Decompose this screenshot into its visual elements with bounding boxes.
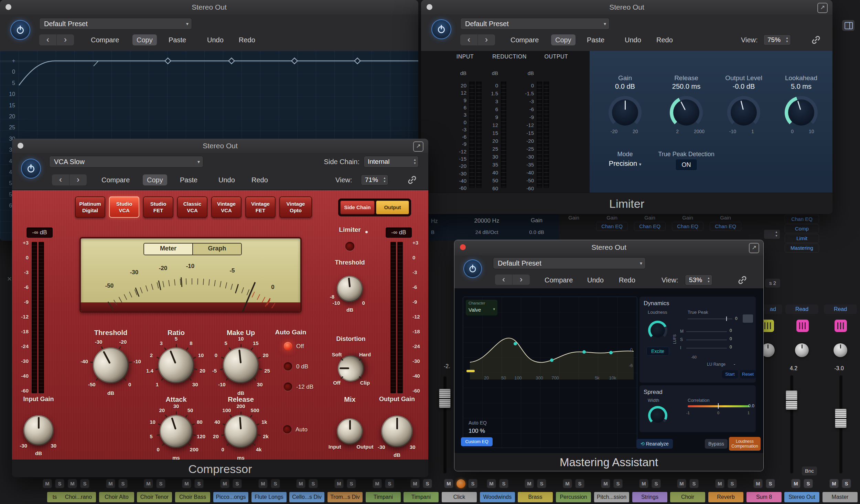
channel-name-label[interactable]: Click bbox=[442, 492, 477, 502]
circuit-type-button[interactable]: ClassicVCA bbox=[177, 196, 207, 218]
preset-nav[interactable]: ‹ › bbox=[460, 34, 495, 45]
mute-button[interactable]: M bbox=[753, 479, 763, 488]
solo-button[interactable]: S bbox=[385, 479, 394, 488]
link-icon[interactable] bbox=[737, 275, 748, 285]
excite-button[interactable]: Excite bbox=[646, 347, 669, 356]
titlebar[interactable]: Stereo Out ↗ bbox=[12, 139, 428, 153]
auto-release-led[interactable] bbox=[283, 425, 291, 433]
insert-slot-chan-eq[interactable]: Chan EQ bbox=[596, 222, 628, 231]
copy-button[interactable]: Copy bbox=[551, 34, 576, 45]
redo-button[interactable]: Redo bbox=[652, 34, 677, 45]
copy-button[interactable]: Copy bbox=[143, 174, 167, 185]
insert-slot[interactable]: Limit bbox=[785, 234, 819, 243]
attack-knob[interactable] bbox=[160, 415, 193, 448]
compare-button[interactable]: Compare bbox=[87, 34, 123, 45]
custom-eq-button[interactable]: Custom EQ bbox=[461, 437, 493, 446]
channel-name-label[interactable]: Sum 8 bbox=[746, 492, 782, 502]
mute-button[interactable]: M bbox=[144, 479, 153, 488]
bypass-button[interactable]: Bypass bbox=[705, 439, 728, 449]
preset-dropdown[interactable]: Default Preset ▾ bbox=[493, 257, 646, 269]
reset-button[interactable]: Reset bbox=[740, 370, 756, 378]
next-preset-icon[interactable]: › bbox=[56, 34, 74, 45]
channel-name-label[interactable]: Percussion bbox=[556, 492, 591, 502]
circuit-type-button[interactable]: StudioFET bbox=[143, 196, 173, 218]
titlebar[interactable]: Stereo Out bbox=[0, 0, 418, 15]
circuit-type-button[interactable]: VintageFET bbox=[245, 196, 276, 218]
channel-name-label[interactable]: Pitch...ssion bbox=[594, 492, 629, 502]
channel-name-label[interactable]: Picco...ongs bbox=[213, 492, 248, 502]
input-gain-knob[interactable] bbox=[23, 415, 54, 446]
popout-icon[interactable]: ↗ bbox=[817, 3, 828, 13]
preset-dropdown[interactable]: VCA Slow ▾ bbox=[49, 156, 203, 168]
next-preset-icon[interactable]: › bbox=[69, 174, 87, 185]
track-format-icon[interactable] bbox=[835, 320, 847, 332]
fader-handle[interactable] bbox=[786, 390, 797, 410]
solo-button[interactable]: S bbox=[652, 479, 661, 488]
paste-button[interactable]: Paste bbox=[176, 174, 202, 185]
channel-name-label[interactable]: Timpani bbox=[404, 492, 439, 502]
bounce-button[interactable]: Bnc bbox=[802, 467, 817, 475]
next-preset-icon[interactable]: › bbox=[477, 34, 495, 45]
paste-button[interactable]: Paste bbox=[164, 34, 190, 45]
insert-slot-chan-eq[interactable]: Chan EQ bbox=[634, 222, 666, 231]
loudness-compensation-button[interactable]: Loudness Compensation bbox=[729, 437, 761, 451]
mute-button[interactable]: M bbox=[487, 479, 496, 488]
side-chain-tab[interactable]: Side Chain bbox=[340, 201, 375, 214]
fader-handle[interactable] bbox=[439, 389, 451, 408]
output-level-knob[interactable] bbox=[727, 96, 760, 129]
ratio-knob[interactable] bbox=[158, 347, 194, 383]
threshold-knob[interactable] bbox=[93, 347, 129, 383]
insert-slot[interactable]: Mastering bbox=[785, 244, 819, 253]
fader-handle[interactable] bbox=[835, 409, 847, 428]
compare-button[interactable]: Compare bbox=[97, 174, 134, 185]
solo-button[interactable]: S bbox=[194, 479, 204, 488]
power-button[interactable] bbox=[21, 159, 41, 179]
pan-knob[interactable] bbox=[795, 343, 809, 357]
titlebar[interactable]: Stereo Out ↗ bbox=[421, 0, 832, 15]
solo-button[interactable]: S bbox=[537, 479, 546, 488]
prev-preset-icon[interactable]: ‹ bbox=[495, 275, 512, 285]
reanalyze-button[interactable]: ⟲ Reanalyze bbox=[636, 439, 673, 449]
pan-knob[interactable] bbox=[834, 343, 847, 357]
channel-name-label[interactable]: Cello...s Div bbox=[289, 492, 324, 502]
popout-icon[interactable]: ↗ bbox=[749, 243, 759, 253]
solo-button[interactable]: S bbox=[55, 479, 64, 488]
solo-button[interactable]: S bbox=[309, 479, 318, 488]
preset-dropdown[interactable]: Default Preset ▾ bbox=[39, 18, 192, 30]
circuit-type-button[interactable]: VintageOpto bbox=[279, 196, 312, 218]
auto-eq-display[interactable]: Character Valve ▾ Auto EQ 100 % Custom E… bbox=[463, 297, 637, 448]
output-gain-knob[interactable] bbox=[381, 416, 413, 447]
power-button[interactable] bbox=[463, 259, 482, 278]
channel-name-label[interactable]: ts bbox=[47, 492, 62, 502]
channel-name-label[interactable]: Flute Longs bbox=[251, 492, 287, 502]
preset-dropdown[interactable]: Default Preset ▾ bbox=[460, 18, 610, 30]
mute-button[interactable]: M bbox=[106, 479, 115, 488]
solo-button[interactable]: S bbox=[804, 479, 813, 488]
view-zoom-stepper[interactable]: 75% ▲▼ bbox=[763, 34, 791, 45]
automation-read-partial[interactable]: ad bbox=[764, 304, 782, 314]
preset-nav[interactable]: ‹ › bbox=[39, 34, 74, 45]
solo-button[interactable]: S bbox=[118, 479, 128, 488]
solo-button[interactable]: S bbox=[156, 479, 165, 488]
undo-button[interactable]: Undo bbox=[214, 174, 239, 185]
channel-name-label[interactable]: Choir Bass bbox=[175, 492, 210, 502]
automation-read-button[interactable]: Read bbox=[824, 304, 857, 314]
solo-button[interactable]: S bbox=[842, 479, 851, 488]
undo-button[interactable]: Undo bbox=[583, 275, 608, 286]
graph-tab[interactable]: Graph bbox=[192, 244, 241, 255]
circuit-type-button[interactable]: StudioVCA bbox=[109, 196, 139, 218]
insert-slot[interactable]: Chan EQ bbox=[785, 215, 819, 224]
mute-button[interactable]: M bbox=[334, 479, 344, 488]
titlebar[interactable]: Stereo Out ↗ bbox=[454, 240, 763, 256]
meter-tab[interactable]: Meter bbox=[144, 244, 192, 255]
width-knob[interactable] bbox=[648, 406, 667, 425]
mute-button[interactable]: M bbox=[182, 479, 191, 488]
channel-name-label[interactable]: Choir bbox=[670, 492, 705, 502]
redo-button[interactable]: Redo bbox=[615, 275, 639, 286]
mute-button[interactable]: M bbox=[296, 479, 305, 488]
compare-button[interactable]: Compare bbox=[506, 34, 543, 45]
channel-name-label[interactable]: Brass bbox=[518, 492, 553, 502]
preset-nav[interactable]: ‹ › bbox=[495, 275, 530, 285]
preset-nav[interactable]: ‹ › bbox=[52, 174, 87, 185]
gain-knob[interactable] bbox=[609, 96, 642, 129]
